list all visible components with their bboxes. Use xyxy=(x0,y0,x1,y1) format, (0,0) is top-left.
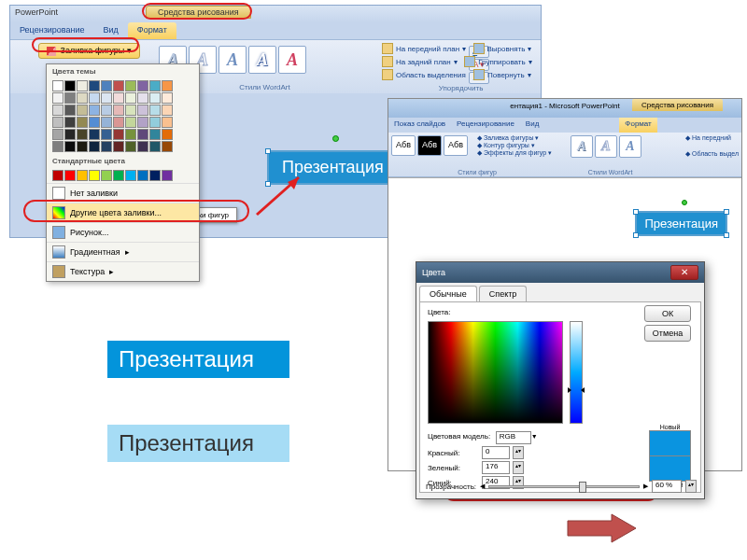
transparency-slider[interactable] xyxy=(488,485,640,488)
wa2-2[interactable]: A xyxy=(595,135,617,158)
color-swatch[interactable] xyxy=(89,117,100,128)
tab-format-2[interactable]: Формат xyxy=(619,118,656,133)
tab-view[interactable]: Вид xyxy=(94,22,128,39)
resize-handle[interactable] xyxy=(633,209,639,215)
rotate-handle[interactable] xyxy=(332,135,339,142)
color-swatch[interactable] xyxy=(137,129,148,140)
close-button[interactable]: ✕ xyxy=(670,265,698,280)
color-swatch[interactable] xyxy=(137,170,148,181)
bring-front[interactable]: На передний план xyxy=(396,45,459,53)
color-swatch[interactable] xyxy=(113,129,124,140)
color-swatch[interactable] xyxy=(162,117,173,128)
wa2-3[interactable]: A xyxy=(619,135,641,158)
color-swatch[interactable] xyxy=(77,170,88,181)
color-swatch[interactable] xyxy=(52,92,63,104)
color-swatch[interactable] xyxy=(89,92,100,104)
color-swatch[interactable] xyxy=(149,141,161,152)
color-swatch[interactable] xyxy=(149,117,161,128)
tab-review[interactable]: Рецензирование xyxy=(10,22,94,39)
slider-thumb[interactable] xyxy=(579,482,586,493)
shape-fill-2[interactable]: ◆ Заливка фигуры ▾ xyxy=(477,134,552,142)
color-swatch[interactable] xyxy=(77,105,88,116)
color-swatch[interactable] xyxy=(125,117,136,128)
color-swatch[interactable] xyxy=(125,129,136,140)
green-spinner[interactable]: ▴▾ xyxy=(513,461,524,474)
tab-view-2[interactable]: Вид xyxy=(520,118,544,133)
transparency-spinner[interactable]: ▴▾ xyxy=(685,480,697,493)
selection-pane[interactable]: Область выделения xyxy=(396,71,466,79)
wordart-style-5[interactable]: A xyxy=(278,46,306,74)
action-arrow-icon[interactable] xyxy=(565,511,640,545)
color-swatch[interactable] xyxy=(101,105,112,116)
color-swatch[interactable] xyxy=(89,170,100,181)
drawing-tools-tab[interactable]: Средства рисования xyxy=(146,6,251,19)
color-swatch[interactable] xyxy=(77,141,88,152)
color-swatch[interactable] xyxy=(125,170,136,181)
dialog-title-bar[interactable]: Цвета ✕ xyxy=(416,262,704,283)
shape-style-3[interactable]: Абв xyxy=(444,135,468,156)
tab-format[interactable]: Формат xyxy=(128,22,176,39)
color-swatch[interactable] xyxy=(162,129,173,140)
color-swatch[interactable] xyxy=(101,117,112,128)
color-swatch[interactable] xyxy=(137,141,148,152)
color-swatch[interactable] xyxy=(101,80,112,91)
color-swatch[interactable] xyxy=(113,170,124,181)
color-swatch[interactable] xyxy=(113,80,124,91)
color-swatch[interactable] xyxy=(89,129,100,140)
color-swatch[interactable] xyxy=(149,80,161,91)
selection-2[interactable]: ◆ Область выдел xyxy=(685,150,739,158)
color-swatch[interactable] xyxy=(52,141,63,152)
color-swatch[interactable] xyxy=(113,117,124,128)
gradient-fill-item[interactable]: Градиентная ▸ xyxy=(47,242,199,261)
group-btn[interactable]: Группировать xyxy=(478,58,526,66)
model-select[interactable]: RGB xyxy=(496,431,531,444)
shape-style-1[interactable]: Абв xyxy=(391,135,416,156)
color-swatch[interactable] xyxy=(52,105,63,116)
red-input[interactable]: 0 xyxy=(482,446,510,459)
resize-handle[interactable] xyxy=(633,232,639,238)
no-fill-item[interactable]: Нет заливки xyxy=(47,183,199,203)
tab-review-2[interactable]: Рецензирование xyxy=(451,118,520,133)
rotate-handle[interactable] xyxy=(682,200,687,205)
color-swatch[interactable] xyxy=(125,141,136,152)
wordart-style-4[interactable]: A xyxy=(248,46,276,74)
shape-fill-button[interactable]: Заливка фигуры ▾ xyxy=(38,43,140,59)
wa2-1[interactable]: A xyxy=(571,135,593,158)
resize-handle[interactable] xyxy=(265,148,271,154)
color-swatch[interactable] xyxy=(52,117,63,128)
color-swatch[interactable] xyxy=(101,170,112,181)
color-swatch[interactable] xyxy=(113,92,124,104)
color-swatch[interactable] xyxy=(137,117,148,128)
hue-slider[interactable] xyxy=(570,321,583,424)
color-swatch[interactable] xyxy=(125,92,136,104)
color-swatch[interactable] xyxy=(77,117,88,128)
color-swatch[interactable] xyxy=(162,105,173,116)
color-swatch[interactable] xyxy=(149,170,161,181)
color-spectrum[interactable] xyxy=(428,321,563,424)
hue-thumb-right[interactable] xyxy=(581,387,585,393)
color-swatch[interactable] xyxy=(149,105,161,116)
color-swatch[interactable] xyxy=(64,117,76,128)
shape-style-2[interactable]: Абв xyxy=(417,135,442,156)
bring-front-2[interactable]: ◆ На передний xyxy=(685,134,739,142)
color-swatch[interactable] xyxy=(52,80,63,91)
rotate[interactable]: Повернуть xyxy=(487,71,525,79)
color-swatch[interactable] xyxy=(64,105,76,116)
color-swatch[interactable] xyxy=(162,92,173,104)
shape-presentation-2[interactable]: Презентация xyxy=(635,211,727,236)
cancel-button[interactable]: Отмена xyxy=(644,325,691,342)
tab-standard-colors[interactable]: Обычные xyxy=(419,286,477,301)
color-swatch[interactable] xyxy=(64,80,76,91)
shape-outline-2[interactable]: ◆ Контур фигуры ▾ xyxy=(477,142,552,149)
color-swatch[interactable] xyxy=(125,80,136,91)
color-swatch[interactable] xyxy=(113,105,124,116)
color-swatch[interactable] xyxy=(137,92,148,104)
color-swatch[interactable] xyxy=(149,92,161,104)
transparency-input[interactable]: 60 % xyxy=(652,480,682,493)
color-swatch[interactable] xyxy=(137,80,148,91)
shape-effects-2[interactable]: ◆ Эффекты для фигур ▾ xyxy=(477,149,552,157)
color-swatch[interactable] xyxy=(101,92,112,104)
color-swatch[interactable] xyxy=(149,129,161,140)
tab-custom-colors[interactable]: Спектр xyxy=(479,286,528,301)
color-swatch[interactable] xyxy=(113,141,124,152)
